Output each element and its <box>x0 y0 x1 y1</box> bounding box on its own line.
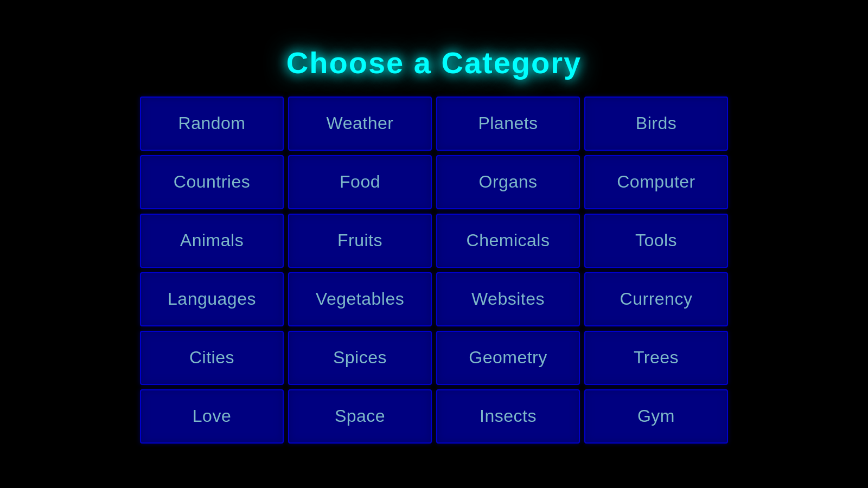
category-btn-love[interactable]: Love <box>140 389 284 444</box>
category-btn-chemicals[interactable]: Chemicals <box>436 214 580 268</box>
category-grid: RandomWeatherPlanetsBirdsCountriesFoodOr… <box>140 97 728 444</box>
category-btn-websites[interactable]: Websites <box>436 272 580 326</box>
category-btn-trees[interactable]: Trees <box>584 331 728 385</box>
category-btn-countries[interactable]: Countries <box>140 155 284 209</box>
category-btn-organs[interactable]: Organs <box>436 155 580 209</box>
category-btn-geometry[interactable]: Geometry <box>436 331 580 385</box>
category-btn-animals[interactable]: Animals <box>140 214 284 268</box>
category-btn-random[interactable]: Random <box>140 97 284 151</box>
category-btn-gym[interactable]: Gym <box>584 389 728 444</box>
category-btn-cities[interactable]: Cities <box>140 331 284 385</box>
category-btn-languages[interactable]: Languages <box>140 272 284 326</box>
category-btn-planets[interactable]: Planets <box>436 97 580 151</box>
category-btn-computer[interactable]: Computer <box>584 155 728 209</box>
category-btn-weather[interactable]: Weather <box>288 97 432 151</box>
category-btn-food[interactable]: Food <box>288 155 432 209</box>
category-btn-spices[interactable]: Spices <box>288 331 432 385</box>
category-btn-vegetables[interactable]: Vegetables <box>288 272 432 326</box>
category-btn-fruits[interactable]: Fruits <box>288 214 432 268</box>
category-btn-space[interactable]: Space <box>288 389 432 444</box>
category-btn-tools[interactable]: Tools <box>584 214 728 268</box>
category-btn-currency[interactable]: Currency <box>584 272 728 326</box>
page-title: Choose a Category <box>286 45 582 80</box>
category-btn-birds[interactable]: Birds <box>584 97 728 151</box>
category-btn-insects[interactable]: Insects <box>436 389 580 444</box>
